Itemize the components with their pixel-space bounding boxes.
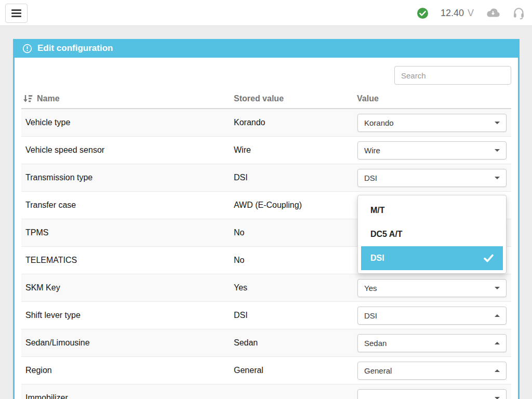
chevron-down-icon	[495, 149, 500, 152]
topbar-status-group: 12.40 V	[417, 0, 525, 26]
table-row: Shift lever type DSI DSI	[21, 302, 511, 329]
config-name: Vehicle speed sensor	[21, 145, 230, 155]
search-row	[21, 66, 511, 85]
value-select[interactable]: General	[357, 362, 507, 380]
stored-value: Korando	[230, 118, 353, 127]
stored-value: General	[230, 366, 353, 375]
top-bar: 12.40 V	[0, 0, 532, 26]
stored-value: Wire	[230, 145, 353, 155]
select-value: Yes	[364, 284, 377, 292]
value-select-open[interactable]: DSI	[357, 169, 507, 187]
stored-value: No	[230, 256, 353, 265]
stored-value: Sedan	[230, 338, 353, 348]
select-value: Wire	[364, 146, 380, 155]
select-value: DSI	[364, 174, 377, 182]
table-row: Region General General	[21, 357, 511, 384]
config-name: Transmission type	[21, 173, 230, 182]
table-header-row: Name Stored value Value	[21, 89, 511, 109]
stored-value: DSI	[230, 311, 353, 320]
select-value: Korando	[364, 118, 394, 127]
chevron-up-icon	[495, 369, 500, 372]
stored-value: Yes	[230, 283, 353, 292]
config-name: TELEMATICS	[21, 256, 230, 265]
info-circle-icon	[22, 44, 32, 54]
chevron-down-icon	[495, 397, 500, 399]
table-row: Sedan/Limousine Sedan Sedan	[21, 329, 511, 357]
config-name: TPMS	[21, 228, 230, 237]
hamburger-icon	[11, 9, 21, 11]
column-header-stored-value[interactable]: Stored value	[230, 94, 353, 103]
dropdown-option-selected[interactable]: DSI	[361, 246, 503, 270]
stored-value: DSI	[230, 173, 353, 182]
table-row: Immobilizer	[21, 384, 511, 399]
select-value: General	[364, 366, 392, 375]
chevron-down-icon	[495, 177, 500, 179]
config-name: Immobilizer	[21, 393, 230, 399]
stored-value: No	[230, 228, 353, 237]
chevron-down-icon	[495, 122, 500, 124]
search-input[interactable]	[394, 66, 511, 85]
table-row: Vehicle speed sensor Wire Wire	[21, 137, 511, 164]
panel-heading: Edit configuration	[15, 39, 518, 58]
check-icon	[484, 254, 494, 262]
value-select[interactable]: DSI	[357, 307, 507, 325]
panel-body: Name Stored value Value Vehicle type Kor…	[15, 58, 518, 399]
select-value: Sedan	[364, 339, 387, 348]
page-title: Edit configuration	[37, 43, 113, 54]
config-name: Region	[21, 366, 230, 375]
battery-voltage: 12.40 V	[441, 8, 474, 19]
config-name: SKM Key	[21, 283, 230, 292]
edit-configuration-panel: Edit configuration Name	[13, 39, 520, 399]
column-header-value[interactable]: Value	[353, 94, 511, 103]
config-name: Vehicle type	[21, 118, 230, 127]
chevron-down-icon	[495, 287, 500, 289]
cloud-download-icon[interactable]	[486, 8, 500, 19]
value-select[interactable]: Wire	[357, 141, 507, 159]
sort-amount-down-icon[interactable]	[23, 95, 33, 103]
hamburger-menu-button[interactable]	[5, 4, 28, 23]
select-value: DSI	[364, 311, 377, 320]
voltage-value: 12.40	[441, 8, 464, 19]
headset-icon[interactable]	[512, 7, 525, 20]
config-name: Sedan/Limousine	[21, 338, 230, 348]
value-select[interactable]: Yes	[357, 279, 507, 297]
column-header-name[interactable]: Name	[21, 94, 230, 103]
chevron-up-icon	[495, 342, 500, 344]
value-select[interactable]: Sedan	[357, 334, 507, 352]
value-select[interactable]: Korando	[357, 114, 507, 132]
table-row: Vehicle type Korando Korando	[21, 109, 511, 137]
check-circle-icon	[417, 7, 429, 19]
dropdown-option[interactable]: DC5 A/T	[361, 222, 503, 246]
stored-value: AWD (E-Coupling)	[230, 201, 353, 210]
table-row: SKM Key Yes Yes	[21, 274, 511, 302]
config-name: Transfer case	[21, 201, 230, 210]
dropdown-option[interactable]: M/T	[361, 198, 503, 222]
chevron-up-icon	[495, 314, 500, 317]
dropdown-menu: M/T DC5 A/T DSI	[357, 195, 507, 274]
table-row: Transmission type DSI DSI M/T DC5 A/T DS…	[21, 164, 511, 192]
voltage-unit: V	[468, 8, 474, 19]
value-select[interactable]	[357, 389, 507, 399]
config-name: Shift lever type	[21, 311, 230, 320]
